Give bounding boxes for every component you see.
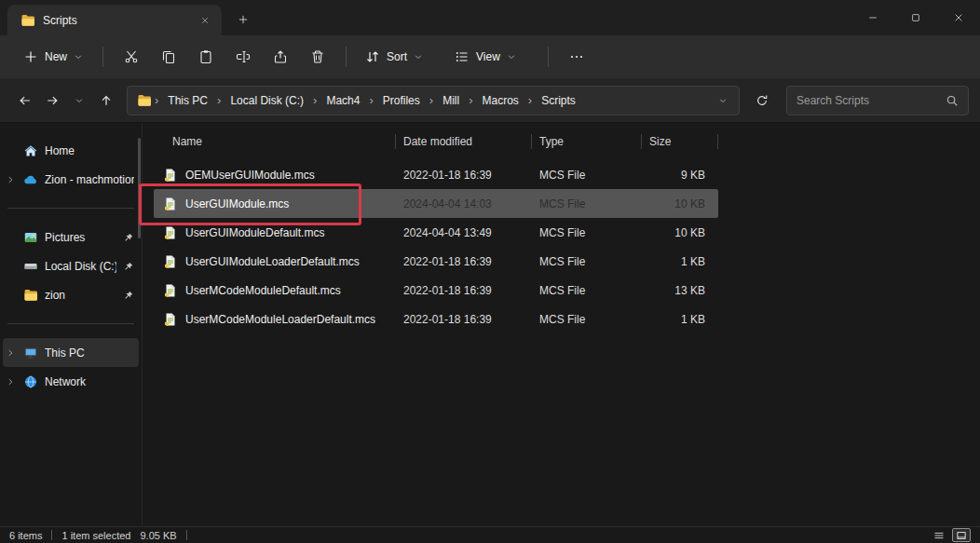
breadcrumb-scripts[interactable]: Scripts <box>535 91 582 110</box>
rename-button[interactable] <box>225 41 262 73</box>
file-row-selected[interactable]: UserGUIModule.mcs 2024-04-04 14:03 MCS F… <box>154 189 718 218</box>
sidebar-item-zion[interactable]: zion <box>3 280 139 309</box>
sidebar-item-pictures[interactable]: Pictures <box>3 223 139 251</box>
file-row[interactable]: UserGUIModuleLoaderDefault.mcs 2022-01-1… <box>154 247 718 276</box>
column-header-type[interactable]: Type <box>532 123 642 160</box>
statusbar-separator <box>51 530 52 540</box>
file-type: MCS File <box>532 169 642 182</box>
file-row[interactable]: UserMCodeModuleLoaderDefault.mcs 2022-01… <box>154 305 718 333</box>
breadcrumb-profiles[interactable]: Profiles <box>376 91 427 110</box>
breadcrumb-bar[interactable]: › This PC › Local Disk (C:) › Mach4 › Pr… <box>127 86 740 115</box>
chevron-down-icon <box>74 52 83 61</box>
minimize-button[interactable] <box>851 0 894 35</box>
navigation-pane: Home Zion - machmotion Pictures Local Di… <box>0 123 143 526</box>
close-button[interactable] <box>937 0 980 35</box>
details-view-button[interactable] <box>930 528 948 542</box>
sidebar-item-this-pc[interactable]: This PC <box>3 338 139 367</box>
breadcrumb-this-pc[interactable]: This PC <box>161 91 214 110</box>
sidebar-item-network[interactable]: Network <box>3 367 139 396</box>
refresh-button[interactable] <box>749 88 775 114</box>
column-header-name[interactable]: Name <box>154 123 396 160</box>
file-list-pane: Name Date modified Type Size OEMUserGUIM… <box>143 123 980 526</box>
breadcrumb-mill[interactable]: Mill <box>436 91 466 110</box>
statusbar-separator <box>186 530 187 540</box>
file-row[interactable]: UserMCodeModuleDefault.mcs 2022-01-18 16… <box>154 276 718 305</box>
chevron-down-icon <box>718 96 728 105</box>
see-more-button[interactable] <box>558 41 595 73</box>
sidebar-divider <box>7 323 134 324</box>
file-row[interactable]: UserGUIModuleDefault.mcs 2024-04-04 13:4… <box>154 218 718 247</box>
paste-button[interactable] <box>187 41 225 73</box>
back-button[interactable] <box>11 87 38 115</box>
this-pc-icon <box>23 346 38 360</box>
breadcrumb-local-disk[interactable]: Local Disk (C:) <box>224 91 310 110</box>
sidebar-item-home[interactable]: Home <box>3 136 139 165</box>
pin-icon <box>123 261 134 272</box>
breadcrumb-macros[interactable]: Macros <box>475 91 524 110</box>
column-header-date-modified[interactable]: Date modified <box>396 123 532 160</box>
file-size: 13 KB <box>642 284 718 297</box>
tab-close-button[interactable] <box>196 11 214 30</box>
up-button[interactable] <box>92 87 119 115</box>
search-box[interactable] <box>786 86 969 115</box>
maximize-icon <box>910 12 921 23</box>
large-icons-view-icon <box>956 530 967 541</box>
maximize-button[interactable] <box>894 0 937 35</box>
file-size: 1 KB <box>642 255 718 268</box>
sidebar-item-onedrive[interactable]: Zion - machmotion <box>3 165 139 194</box>
paste-icon <box>198 49 213 64</box>
new-button[interactable]: New <box>13 42 93 72</box>
file-type: MCS File <box>532 284 642 297</box>
delete-button[interactable] <box>299 41 336 73</box>
view-button[interactable]: View <box>445 42 525 72</box>
home-icon <box>23 143 38 158</box>
column-header-size[interactable]: Size <box>642 123 718 160</box>
sidebar-scrollbar[interactable] <box>138 138 141 238</box>
view-toggles <box>930 528 971 542</box>
file-date-modified: 2022-01-18 16:39 <box>396 255 532 268</box>
chevron-right-icon[interactable] <box>3 348 17 358</box>
sort-button[interactable]: Sort <box>356 42 432 72</box>
file-explorer-window: Scripts New Sort View <box>0 0 980 543</box>
forward-button[interactable] <box>38 87 65 115</box>
breadcrumb-separator: › <box>429 93 434 107</box>
breadcrumb-mach4[interactable]: Mach4 <box>320 91 366 110</box>
delete-icon <box>310 49 325 64</box>
address-dropdown-button[interactable] <box>711 88 735 113</box>
file-date-modified: 2024-04-04 14:03 <box>396 197 532 210</box>
file-name: UserGUIModule.mcs <box>185 197 289 210</box>
recent-locations-button[interactable] <box>65 87 92 115</box>
sidebar-item-local-disk[interactable]: Local Disk (C:) <box>3 251 139 280</box>
chevron-right-icon[interactable] <box>3 377 17 387</box>
breadcrumb-separator: › <box>154 93 159 107</box>
chevron-down-icon <box>507 52 516 61</box>
drive-icon <box>23 259 38 274</box>
new-button-label: New <box>45 50 67 63</box>
search-input[interactable] <box>796 94 938 107</box>
file-date-modified: 2022-01-18 16:39 <box>396 313 532 326</box>
pin-icon <box>123 290 134 301</box>
breadcrumb-separator: › <box>527 93 533 107</box>
breadcrumb-separator: › <box>368 93 374 107</box>
file-type: MCS File <box>532 313 642 326</box>
large-icons-view-button[interactable] <box>952 528 971 542</box>
onedrive-cloud-icon <box>23 172 38 187</box>
file-row[interactable]: OEMUserGUIModule.mcs 2022-01-18 16:39 MC… <box>154 160 718 189</box>
file-name: UserMCodeModuleLoaderDefault.mcs <box>185 313 375 326</box>
file-type: MCS File <box>532 197 642 210</box>
folder-icon <box>137 93 152 108</box>
chevron-right-icon[interactable] <box>3 175 17 184</box>
status-bar: 6 items 1 item selected 9.05 KB <box>0 526 980 543</box>
close-icon <box>953 12 964 23</box>
mcs-file-icon <box>163 225 178 240</box>
share-button[interactable] <box>262 41 299 73</box>
share-icon <box>273 49 288 64</box>
file-name: UserGUIModuleLoaderDefault.mcs <box>185 255 360 268</box>
tab-scripts[interactable]: Scripts <box>7 5 222 35</box>
cut-button[interactable] <box>113 41 150 73</box>
file-name: UserGUIModuleDefault.mcs <box>185 226 324 239</box>
new-tab-button[interactable] <box>229 6 257 34</box>
copy-button[interactable] <box>150 41 187 73</box>
view-icon <box>455 49 470 64</box>
file-name: UserMCodeModuleDefault.mcs <box>185 284 341 297</box>
